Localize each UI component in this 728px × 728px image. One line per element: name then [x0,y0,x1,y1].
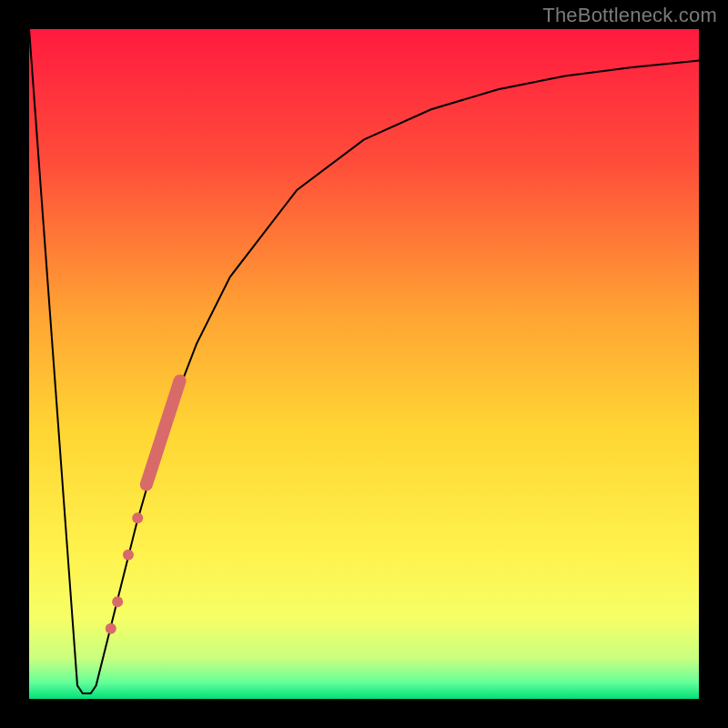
gradient-background [29,29,699,699]
chart-frame: TheBottleneck.com [0,0,728,728]
plot-area [29,29,699,699]
marker-dot [123,550,134,561]
marker-dot [132,512,143,523]
chart-svg [29,29,699,699]
marker-dot [112,596,123,607]
watermark-text: TheBottleneck.com [542,4,717,27]
marker-dot [106,623,116,634]
